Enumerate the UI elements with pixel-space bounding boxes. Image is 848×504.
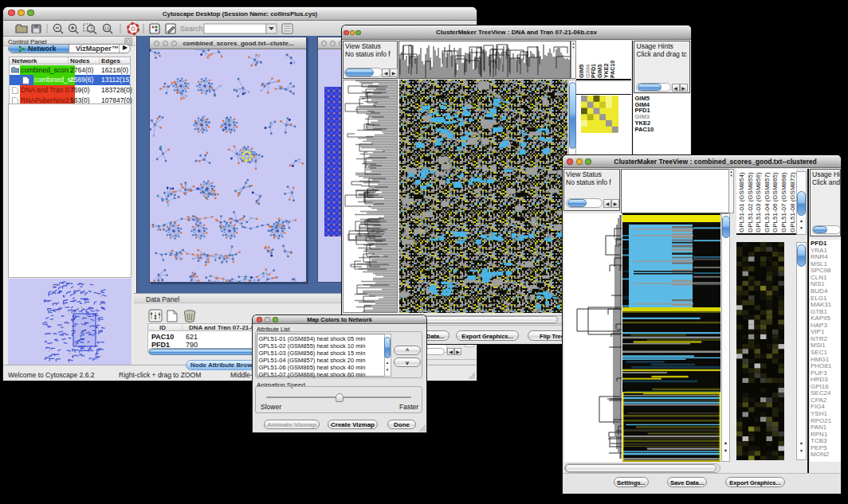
svg-text:Search:: Search: [180, 25, 205, 33]
svg-text:1:1: 1:1 [104, 26, 110, 30]
